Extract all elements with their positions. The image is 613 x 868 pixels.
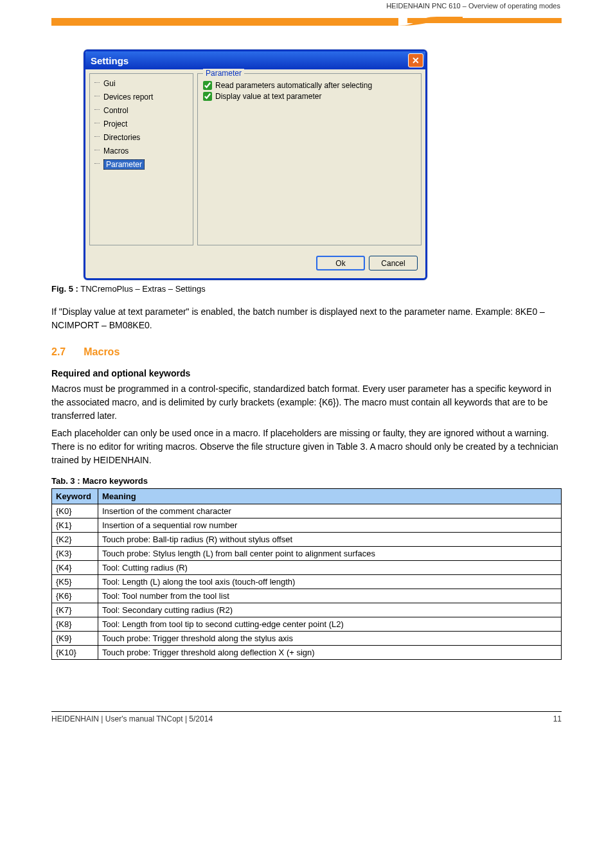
macro-keywords-table: Keyword Meaning {K0}Insertion of the com… <box>51 488 562 660</box>
checkbox-display-value-label: Display value at text parameter <box>215 92 321 101</box>
paragraph-2: Each placeholder can only be used once i… <box>51 427 562 467</box>
checkbox-read-auto[interactable]: Read parameters automatically after sele… <box>203 81 416 90</box>
table-row: {K4}Tool: Cutting radius (R) <box>52 561 562 575</box>
description-text: If "Display value at text parameter" is … <box>51 305 562 332</box>
cancel-button[interactable]: Cancel <box>369 256 418 270</box>
checkbox-display-value[interactable]: Display value at text parameter <box>203 92 416 101</box>
checkbox-read-auto-label: Read parameters automatically after sele… <box>215 81 372 90</box>
footer-left: HEIDENHAIN | User's manual TNCopt | 5/20… <box>51 714 213 723</box>
paragraph-1: Macros must be programmed in a control-s… <box>51 382 562 423</box>
table-row: {K5}Tool: Length (L) along the tool axis… <box>52 575 562 589</box>
col-meaning: Meaning <box>98 489 562 504</box>
table-row: {K9}Touch probe: Trigger threshold along… <box>52 632 562 646</box>
footer-page-number: 11 <box>553 714 562 723</box>
settings-dialog: Settings ✕ Gui Devices report Control Pr… <box>84 49 427 280</box>
figure-caption: Fig. 5 : TNCremoPlus – Extras – Settings <box>51 284 562 294</box>
table-row: {K0}Insertion of the comment character <box>52 504 562 518</box>
page-footer: HEIDENHAIN | User's manual TNCopt | 5/20… <box>51 711 562 723</box>
table-caption: Tab. 3 : Macro keywords <box>51 476 562 486</box>
subsection-heading: Required and optional keywords <box>51 368 562 378</box>
table-row: {K6}Tool: Tool number from the tool list <box>52 589 562 603</box>
col-keyword: Keyword <box>52 489 98 504</box>
table-row: {K1}Insertion of a sequential row number <box>52 518 562 533</box>
tree-item-devices-report[interactable]: Devices report <box>92 91 191 104</box>
breadcrumb: HEIDENHAIN PNC 610 – Overview of operati… <box>386 2 560 10</box>
checkbox-display-value-input[interactable] <box>203 92 212 101</box>
settings-tree: Gui Devices report Control Project Direc… <box>89 73 193 245</box>
table-row: {K2}Touch probe: Ball-tip radius (R) wit… <box>52 533 562 547</box>
ok-button[interactable]: Ok <box>316 256 365 270</box>
tree-item-project[interactable]: Project <box>92 118 191 131</box>
table-row: {K3}Touch probe: Stylus length (L) from … <box>52 547 562 561</box>
checkbox-read-auto-input[interactable] <box>203 81 212 90</box>
section-heading: 2.7Macros <box>51 346 562 358</box>
tree-item-gui[interactable]: Gui <box>92 77 191 91</box>
titlebar: Settings ✕ <box>85 51 425 69</box>
table-row: {K10}Touch probe: Trigger threshold alon… <box>52 646 562 660</box>
tree-item-macros[interactable]: Macros <box>92 145 191 158</box>
table-row: {K7}Tool: Secondary cutting radius (R2) <box>52 603 562 617</box>
groupbox-legend: Parameter <box>203 69 244 78</box>
dialog-title: Settings <box>91 55 129 66</box>
tree-item-parameter[interactable]: Parameter <box>92 158 191 172</box>
tree-item-directories[interactable]: Directories <box>92 131 191 145</box>
table-row: {K8}Tool: Length from tool tip to second… <box>52 617 562 632</box>
tree-item-control[interactable]: Control <box>92 104 191 118</box>
close-icon: ✕ <box>412 55 420 66</box>
close-button[interactable]: ✕ <box>408 53 423 67</box>
parameter-groupbox: Parameter Read parameters automatically … <box>197 73 422 245</box>
